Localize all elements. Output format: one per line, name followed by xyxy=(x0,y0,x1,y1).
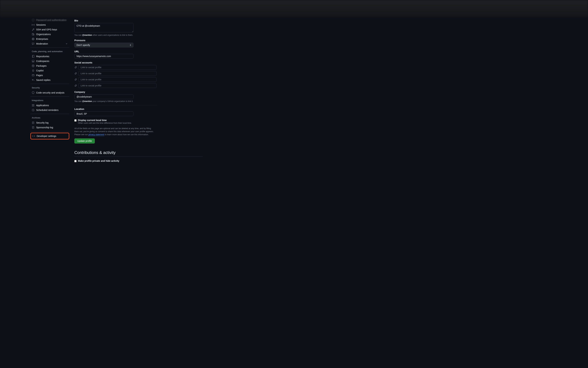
sidebar-item-sponsorship-log[interactable]: Sponsorship log xyxy=(30,125,69,130)
svg-point-0 xyxy=(33,25,33,25)
sidebar-item-pages[interactable]: Pages xyxy=(30,73,69,78)
social-row-1 xyxy=(74,65,157,70)
package-icon xyxy=(32,64,35,67)
localtime-checkbox[interactable] xyxy=(74,119,76,121)
sidebar-item-label: Security log xyxy=(36,121,48,124)
divider xyxy=(30,84,69,84)
svg-point-1 xyxy=(33,29,34,30)
company-label: Company xyxy=(74,91,157,93)
social-input-2[interactable] xyxy=(78,71,156,76)
code-icon xyxy=(32,135,35,138)
social-label: Social accounts xyxy=(74,61,157,64)
apps-icon xyxy=(32,104,35,107)
bio-group: Bio CTO at @codebyteam You can @mention … xyxy=(74,19,157,36)
sidebar-item-label: Repositories xyxy=(36,55,49,58)
sidebar-item-saved-replies[interactable]: Saved replies xyxy=(30,78,69,82)
sidebar-item-security-log[interactable]: Security log xyxy=(30,120,69,125)
sidebar-item-label: Saved replies xyxy=(36,79,50,81)
codespaces-icon xyxy=(32,60,35,63)
sidebar-item-password-auth[interactable]: Password and authentication xyxy=(30,18,69,22)
localtime-label: Display current local time xyxy=(78,119,132,121)
divider xyxy=(74,105,157,105)
link-icon xyxy=(74,84,77,87)
location-group: Location xyxy=(74,108,157,116)
sidebar-item-moderation[interactable]: Moderation xyxy=(30,41,69,46)
chevron-down-icon xyxy=(65,42,68,45)
sidebar-item-enterprises[interactable]: Enterprises xyxy=(30,37,69,41)
sidebar-item-label: Pages xyxy=(36,74,43,77)
sidebar-item-repositories[interactable]: Repositories xyxy=(30,54,69,59)
company-group: Company You can @mention your company's … xyxy=(74,91,157,102)
social-input-1[interactable] xyxy=(78,65,156,70)
select-arrows-icon: ▲▼ xyxy=(130,44,131,46)
sidebar-item-ssh-keys[interactable]: SSH and GPG keys xyxy=(30,27,69,32)
key-icon xyxy=(32,28,35,31)
sidebar-item-copilot[interactable]: Copilot xyxy=(30,68,69,73)
sidebar-item-scheduled-reminders[interactable]: Scheduled reminders xyxy=(30,108,69,112)
browser-chrome xyxy=(0,0,588,17)
svg-rect-23 xyxy=(33,106,34,107)
svg-rect-3 xyxy=(33,34,34,35)
update-profile-button[interactable]: Update profile xyxy=(74,138,95,144)
company-input[interactable] xyxy=(74,94,133,99)
sidebar-item-label: Applications xyxy=(36,104,49,107)
location-input[interactable] xyxy=(74,111,133,116)
social-row-2 xyxy=(74,71,157,76)
sidebar-item-label: Password and authentication xyxy=(36,19,66,21)
sidebar-item-label: Codespaces xyxy=(36,60,49,63)
sidebar-item-developer-settings[interactable]: Developer settings xyxy=(30,133,69,139)
broadcast-icon xyxy=(32,23,35,26)
social-row-3 xyxy=(74,77,157,82)
contributions-heading: Contributions & activity xyxy=(74,150,203,156)
social-input-4[interactable] xyxy=(78,83,156,88)
info-text: All of the fields on this page are optio… xyxy=(74,127,155,136)
section-header-integrations: Integrations xyxy=(30,98,69,103)
svg-rect-20 xyxy=(32,104,33,105)
privacy-link[interactable]: privacy statement xyxy=(88,133,104,136)
sidebar-item-codespaces[interactable]: Codespaces xyxy=(30,59,69,64)
private-profile-label: Make profile private and hide activity xyxy=(78,159,119,162)
organization-icon xyxy=(32,33,35,36)
url-label: URL xyxy=(74,50,157,53)
svg-rect-15 xyxy=(32,62,34,62)
clock-icon xyxy=(32,109,35,111)
shield-icon xyxy=(32,91,35,94)
sidebar-item-sessions[interactable]: Sessions xyxy=(30,22,69,27)
svg-rect-5 xyxy=(33,34,33,34)
link-icon xyxy=(74,78,77,81)
divider xyxy=(30,47,69,48)
pronouns-select[interactable]: Don't specify ▲▼ xyxy=(74,43,133,47)
sidebar-item-label: Moderation xyxy=(36,42,48,45)
sidebar-item-label: Copilot xyxy=(36,69,44,72)
company-hint: You can @mention your company's GitHub o… xyxy=(74,100,157,102)
sidebar-item-packages[interactable]: Packages xyxy=(30,64,69,68)
sidebar-item-label: Packages xyxy=(36,64,47,67)
svg-rect-2 xyxy=(32,33,33,35)
svg-rect-14 xyxy=(32,60,34,61)
sidebar-item-label: Scheduled reminders xyxy=(36,109,58,111)
sidebar-item-label: SSH and GPG keys xyxy=(36,28,57,31)
main-content: Bio CTO at @codebyteam You can @mention … xyxy=(74,17,203,165)
sidebar-item-organizations[interactable]: Organizations xyxy=(30,32,69,37)
sidebar-item-code-security[interactable]: Code security and analysis xyxy=(30,90,69,95)
localtime-sublabel: Other users will see the time difference… xyxy=(78,122,132,124)
svg-rect-4 xyxy=(32,34,33,34)
copilot-icon xyxy=(32,69,35,72)
url-group: URL xyxy=(74,50,157,59)
svg-rect-7 xyxy=(33,34,33,34)
settings-sidebar: Password and authentication Sessions SSH… xyxy=(30,17,69,165)
report-icon xyxy=(32,42,35,45)
private-profile-checkbox[interactable] xyxy=(74,160,76,162)
social-input-3[interactable] xyxy=(78,77,156,82)
bio-textarea[interactable]: CTO at @codebyteam xyxy=(74,23,133,32)
divider xyxy=(30,131,69,131)
sidebar-item-applications[interactable]: Applications xyxy=(30,103,69,108)
log-icon xyxy=(32,121,35,124)
url-input[interactable] xyxy=(74,54,133,59)
log-icon xyxy=(32,126,35,129)
pronouns-group: Pronouns Don't specify ▲▼ xyxy=(74,39,157,47)
social-group: Social accounts xyxy=(74,61,157,88)
section-header-code: Code, planning, and automation xyxy=(30,49,69,54)
sidebar-item-label: Developer settings xyxy=(37,135,56,138)
section-header-archives: Archives xyxy=(30,115,69,120)
